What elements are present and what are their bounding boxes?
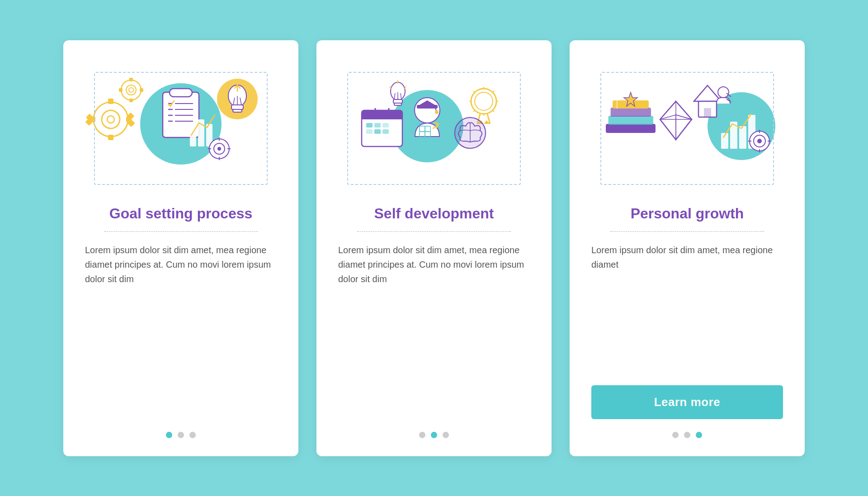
learn-more-button[interactable]: Learn more [591,385,783,419]
dot-1-goal[interactable] [166,432,172,438]
card-goal-setting: Goal setting process Lorem ipsum dolor s… [63,40,298,456]
dots-personal [672,432,702,438]
dot-2-goal[interactable] [178,432,184,438]
dots-goal [166,432,196,438]
card-icon-area-self [338,58,530,194]
cards-container: Goal setting process Lorem ipsum dolor s… [27,13,841,483]
card-title-self: Self development [374,205,494,222]
dot-2-personal[interactable] [684,432,690,438]
dashed-border-self [347,72,521,185]
dashed-border-personal [600,72,774,185]
dot-3-self[interactable] [443,432,449,438]
card-text-self: Lorem ipsum dolor sit dim amet, mea regi… [338,243,530,419]
dot-1-personal[interactable] [672,432,679,438]
card-personal-growth: Personal growth Lorem ipsum dolor sit di… [570,40,805,456]
card-icon-area-goal [85,58,277,194]
card-title-goal: Goal setting process [109,205,253,222]
card-text-personal: Lorem ipsum dolor sit dim amet, mea regi… [591,243,783,376]
divider-goal [104,231,257,232]
dots-self [419,432,449,438]
dot-3-goal[interactable] [189,432,196,438]
card-text-goal: Lorem ipsum dolor sit dim amet, mea regi… [85,243,277,419]
divider-personal [610,231,764,232]
divider-self [357,231,510,232]
dashed-border-goal [94,72,268,185]
dot-2-self[interactable] [431,432,437,438]
card-icon-area-personal [591,58,783,194]
card-title-personal: Personal growth [631,205,744,222]
dot-1-self[interactable] [419,432,425,438]
dot-3-personal[interactable] [696,432,702,438]
card-self-development: Self development Lorem ipsum dolor sit d… [316,40,552,456]
